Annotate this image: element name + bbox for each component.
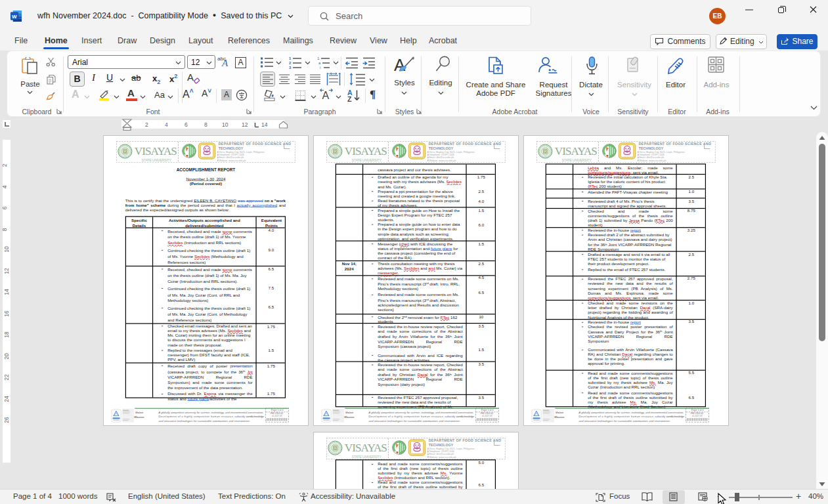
svg-text:2: 2 [289, 61, 292, 65]
svg-text:1: 1 [289, 56, 292, 60]
svg-text:3: 3 [289, 66, 292, 69]
svg-text:W: W [12, 14, 17, 20]
svg-text:a: a [318, 61, 321, 65]
svg-text:A: A [322, 90, 330, 101]
svg-text:i: i [320, 66, 320, 69]
svg-text:1: 1 [317, 56, 320, 60]
svg-text:Z: Z [347, 95, 352, 102]
